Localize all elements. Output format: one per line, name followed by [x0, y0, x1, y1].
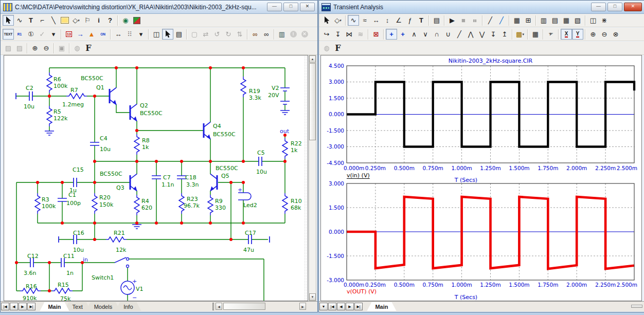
- first-page-button[interactable]: |◀: [328, 303, 336, 310]
- restore-button[interactable]: □: [607, 3, 622, 11]
- cursor-link-button[interactable]: ⋈: [344, 29, 355, 40]
- go-to-branch-button[interactable]: ▩▾: [514, 29, 526, 40]
- plot-list-button[interactable]: ▼: [319, 303, 328, 310]
- dropdown-button[interactable]: ▾: [135, 29, 147, 40]
- font-button[interactable]: F: [332, 43, 344, 53]
- measure-vertical-button[interactable]: ↕: [382, 15, 393, 26]
- measure-button[interactable]: ↔: [113, 29, 124, 40]
- transient-titlebar[interactable]: Transient Analysis —□✕: [319, 1, 644, 14]
- panel-dots-button[interactable]: ▦: [561, 15, 572, 26]
- panel-stripes-h-button[interactable]: ▤: [549, 15, 561, 26]
- wire-mode-button[interactable]: ∿: [14, 15, 25, 26]
- cursor-left-button[interactable]: +: [386, 29, 397, 40]
- search-button[interactable]: ∞: [261, 29, 272, 40]
- zoom-out-button[interactable]: ⊖: [599, 29, 610, 40]
- pane-resize-handle[interactable]: [631, 305, 642, 308]
- y-axis-format-button[interactable]: Y: [572, 29, 583, 40]
- next-analysis-button[interactable]: ↪: [321, 29, 332, 40]
- minimize-button[interactable]: —: [591, 3, 606, 11]
- scroll-down-button[interactable]: ▼: [309, 293, 316, 301]
- panel-hatch-button[interactable]: ▧: [572, 15, 583, 26]
- ortho-wire-mode-button[interactable]: ⌐: [37, 15, 48, 26]
- properties-button[interactable]: ▤: [431, 15, 442, 26]
- zoom-accumulate-button[interactable]: ⊠: [370, 29, 382, 40]
- select-mode-button[interactable]: [3, 15, 14, 26]
- last-page-button[interactable]: ▶|: [27, 303, 35, 310]
- web-browser-button[interactable]: ◉: [120, 15, 131, 26]
- last-page-button[interactable]: ▶|: [354, 303, 363, 310]
- find-component-button[interactable]: ◇▾: [70, 15, 82, 26]
- first-page-button[interactable]: |◀: [1, 303, 9, 310]
- currents-button[interactable]: →: [75, 29, 86, 40]
- dde-watch-button[interactable]: [131, 15, 142, 26]
- measure-horizontal-button[interactable]: ↔: [370, 15, 382, 26]
- global-low-button[interactable]: ⋁: [476, 29, 488, 40]
- scroll-up-button[interactable]: ▲: [309, 55, 316, 63]
- tag-formula-button[interactable]: ƒ: [404, 15, 416, 26]
- bottom-button[interactable]: ↧: [488, 29, 499, 40]
- scale-mode-button[interactable]: ∿: [348, 15, 359, 26]
- pin-numbers-button[interactable]: 13: [63, 29, 75, 40]
- select-cursor-button[interactable]: [162, 29, 173, 40]
- text-tool-button[interactable]: T: [416, 15, 427, 26]
- sheet-tab-models[interactable]: Models: [86, 302, 120, 311]
- grid-dots-button[interactable]: ⠿: [124, 29, 135, 40]
- model-watch-button[interactable]: ▥: [276, 29, 288, 40]
- diagonal-wire-mode-button[interactable]: ╲: [48, 15, 59, 26]
- node-numbers-button[interactable]: ①: [25, 29, 37, 40]
- properties-button[interactable]: ▤: [173, 29, 185, 40]
- flag-mode-button[interactable]: ⚐: [82, 15, 93, 26]
- power-button[interactable]: ▲: [86, 29, 97, 40]
- line-tool-button[interactable]: ╱: [485, 15, 496, 26]
- analysis-plot[interactable]: 0.000m0.250m0.500m0.750m1.000m1.250m1.50…: [321, 55, 641, 301]
- schematic-titlebar[interactable]: C:\MC9\DATA\Petrov\switching distortion\…: [1, 1, 317, 14]
- next-page-button[interactable]: ▶: [346, 303, 354, 310]
- schematic-vscrollbar[interactable]: ▲ ▼: [309, 55, 316, 301]
- high-button[interactable]: ∩: [431, 29, 442, 40]
- zoom-rect-button[interactable]: ⊗: [610, 29, 621, 40]
- x-axis-format-button[interactable]: X: [561, 29, 572, 40]
- go-to-p-button[interactable]: 'P': [545, 29, 557, 40]
- next-page-button[interactable]: ▶: [19, 303, 27, 310]
- grid-text-button[interactable]: TEXT: [3, 29, 14, 40]
- split-text-area-button[interactable]: ◫: [151, 29, 162, 40]
- font-button[interactable]: F: [83, 43, 94, 53]
- text-mode-button[interactable]: T: [25, 15, 37, 26]
- prev-page-button[interactable]: ◀: [337, 303, 345, 310]
- sheet-tab-main[interactable]: Main: [40, 302, 69, 311]
- axis-tool-button[interactable]: ⋇: [599, 15, 610, 26]
- low-button[interactable]: ∪: [442, 29, 454, 40]
- select-region-button[interactable]: ▦: [511, 15, 523, 26]
- peak-button[interactable]: ∧: [408, 29, 420, 40]
- dropdown-button[interactable]: ▾: [48, 29, 59, 40]
- select-mode-button[interactable]: [321, 15, 332, 26]
- help-mode-button[interactable]: ?: [104, 15, 116, 26]
- info-mode-button[interactable]: i: [93, 15, 104, 26]
- panel-stripes-v-button[interactable]: ▥: [538, 15, 549, 26]
- zoom-in-button[interactable]: ⊕: [587, 29, 599, 40]
- schematic-canvas[interactable]: C210uR6100kR71.2megR5122kBC550CQ1Q2BC550…: [4, 55, 308, 301]
- polyline-tool-button[interactable]: ╱: [496, 15, 507, 26]
- minimize-button[interactable]: —: [267, 3, 282, 11]
- run-button[interactable]: ▶: [446, 15, 458, 26]
- cursor-right-button[interactable]: +: [397, 29, 408, 40]
- sheet-tab-info[interactable]: Info: [115, 302, 141, 311]
- cursor-down-button[interactable]: ↧: [332, 29, 344, 40]
- graphics-button[interactable]: ◇▾: [332, 15, 344, 26]
- cursor-mode-button[interactable]: ≈: [359, 15, 370, 26]
- tag-horizontal-button[interactable]: ∠: [393, 15, 404, 26]
- global-high-button[interactable]: ⋀: [465, 29, 476, 40]
- hscrollbar-thumb[interactable]: [223, 303, 265, 310]
- restore-button[interactable]: □: [283, 3, 298, 11]
- attribute-text-button[interactable]: R1: [14, 29, 25, 40]
- find-part-button[interactable]: ∞: [249, 29, 261, 40]
- scroll-left-button[interactable]: ◀: [216, 303, 222, 310]
- zoom-in-button[interactable]: ⊕: [29, 43, 41, 53]
- scroll-splitter[interactable]: [212, 303, 214, 310]
- vscrollbar-thumb[interactable]: [309, 63, 316, 140]
- valley-button[interactable]: ∨: [420, 29, 431, 40]
- inflection-button[interactable]: ╱: [454, 29, 465, 40]
- numeric-output-button[interactable]: ▦: [530, 29, 541, 40]
- close-button[interactable]: ✕: [624, 3, 642, 11]
- prev-page-button[interactable]: ◀: [10, 303, 18, 310]
